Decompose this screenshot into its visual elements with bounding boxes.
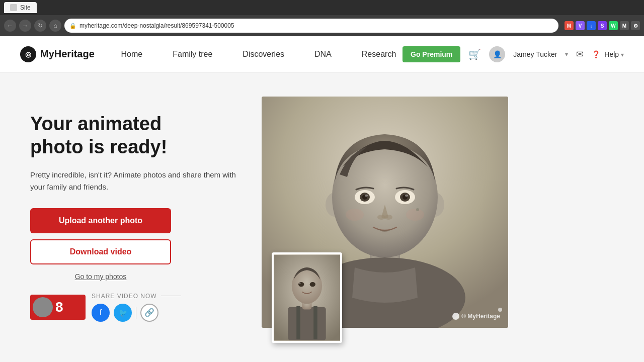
- watermark-logo: © MyHeritage: [452, 313, 500, 320]
- url-text: myheritage.com/deep-nostalgia/result/869…: [79, 22, 234, 29]
- upload-another-photo-button[interactable]: Upload another photo: [30, 208, 171, 233]
- address-bar[interactable]: 🔒 myheritage.com/deep-nostalgia/result/8…: [64, 19, 558, 33]
- news-logo: 8: [30, 295, 86, 320]
- ext-icon-5[interactable]: W: [609, 21, 618, 30]
- share-section: 8 SHARE VIDEO NOW f 🐦 🔗: [30, 293, 242, 322]
- svg-point-28: [310, 282, 315, 287]
- facebook-icon: f: [100, 308, 102, 317]
- nav-home[interactable]: Home: [121, 50, 143, 59]
- social-icons: f 🐦 🔗: [92, 304, 181, 322]
- mail-icon[interactable]: ✉: [576, 49, 584, 60]
- browser-chrome: Site ← → ↻ ⌂ 🔒 myheritage.com/deep-nosta…: [0, 0, 644, 36]
- help-button[interactable]: ❓ Help ▾: [592, 50, 624, 58]
- svg-point-15: [384, 215, 392, 220]
- download-video-button[interactable]: Download video: [30, 239, 171, 264]
- social-divider: [136, 307, 136, 319]
- svg-point-29: [299, 283, 301, 284]
- link-icon: 🔗: [144, 308, 154, 317]
- twitter-share-button[interactable]: 🐦: [114, 304, 132, 322]
- page-title: Your animated photo is ready!: [30, 113, 242, 158]
- browser-tab[interactable]: Site: [4, 2, 37, 13]
- watermark-circle: [452, 313, 459, 320]
- favicon: [10, 4, 17, 11]
- nav-dna[interactable]: DNA: [314, 50, 332, 59]
- twitter-icon: 🐦: [119, 309, 127, 317]
- nav-family-tree[interactable]: Family tree: [173, 50, 212, 59]
- ext-icon-1[interactable]: M: [565, 21, 574, 30]
- logo: ◎ MyHeritage: [20, 46, 95, 62]
- news-logo-number: 8: [55, 299, 63, 315]
- facebook-share-button[interactable]: f: [92, 304, 110, 322]
- user-name[interactable]: Jamey Tucker: [513, 50, 557, 58]
- svg-point-14: [377, 215, 385, 220]
- ext-icon-3[interactable]: ↓: [587, 21, 596, 30]
- header-right: Go Premium 🛒 👤 Jamey Tucker ▾ ✉ ❓ Help ▾: [403, 46, 624, 62]
- ext-icon-2[interactable]: V: [576, 21, 585, 30]
- back-button[interactable]: ←: [4, 20, 16, 32]
- cart-icon[interactable]: 🛒: [468, 48, 481, 60]
- svg-point-12: [365, 195, 368, 197]
- share-right: SHARE VIDEO NOW f 🐦 🔗: [92, 293, 181, 322]
- photo-watermark: © MyHeritage: [452, 313, 500, 320]
- svg-point-26: [292, 268, 322, 304]
- watermark-text: © MyHeritage: [461, 313, 500, 320]
- goto-photos-link[interactable]: Go to my photos: [30, 273, 171, 281]
- logo-text: MyHeritage: [40, 48, 95, 60]
- overlay-photo: [272, 252, 342, 343]
- forward-button[interactable]: →: [19, 20, 31, 32]
- photo-dot: [498, 308, 502, 312]
- user-avatar[interactable]: 👤: [489, 46, 505, 62]
- home-button[interactable]: ⌂: [49, 20, 61, 32]
- ext-icon-7[interactable]: ⚙: [631, 21, 640, 30]
- main-content: Your animated photo is ready! Pretty inc…: [0, 72, 644, 362]
- nav-discoveries[interactable]: Discoveries: [243, 50, 284, 59]
- site-header: ◎ MyHeritage Home Family tree Discoverie…: [0, 36, 644, 72]
- main-nav: Home Family tree Discoveries DNA Researc…: [115, 50, 403, 59]
- right-panel: © MyHeritage: [262, 97, 614, 338]
- svg-point-16: [346, 209, 364, 221]
- share-divider: [161, 296, 181, 296]
- help-dropdown-icon: ▾: [621, 51, 624, 58]
- copy-link-button[interactable]: 🔗: [140, 304, 158, 322]
- nav-research[interactable]: Research: [362, 50, 396, 59]
- svg-rect-22: [313, 306, 317, 339]
- title-text: Your animated photo is ready!: [30, 113, 167, 157]
- logo-icon: ◎: [20, 46, 36, 62]
- svg-point-18: [416, 208, 419, 211]
- help-label: Help: [604, 50, 619, 58]
- svg-point-27: [298, 282, 304, 287]
- browser-toolbar: ← → ↻ ⌂ 🔒 myheritage.com/deep-nostalgia/…: [0, 15, 644, 36]
- svg-rect-20: [288, 307, 326, 340]
- browser-extensions: M V ↓ S W M ⚙: [565, 21, 640, 30]
- lock-icon: 🔒: [69, 23, 76, 29]
- left-panel: Your animated photo is ready! Pretty inc…: [30, 113, 242, 321]
- user-dropdown-icon[interactable]: ▾: [565, 51, 568, 58]
- ext-icon-6[interactable]: M: [620, 21, 629, 30]
- subtitle-text: Pretty incredible, isn't it? Animate pho…: [30, 169, 242, 193]
- ext-icon-4[interactable]: S: [598, 21, 607, 30]
- tab-label: Site: [20, 4, 31, 11]
- news-logo-circle: [33, 297, 53, 317]
- overlay-photo-content: [274, 252, 340, 343]
- browser-tabs: Site: [0, 0, 644, 15]
- share-label: SHARE VIDEO NOW: [92, 293, 157, 300]
- svg-point-13: [405, 195, 408, 197]
- svg-point-17: [406, 209, 424, 221]
- go-premium-button[interactable]: Go Premium: [403, 46, 460, 62]
- svg-rect-21: [296, 306, 300, 339]
- help-circle-icon: ❓: [592, 50, 600, 58]
- refresh-button[interactable]: ↻: [34, 20, 46, 32]
